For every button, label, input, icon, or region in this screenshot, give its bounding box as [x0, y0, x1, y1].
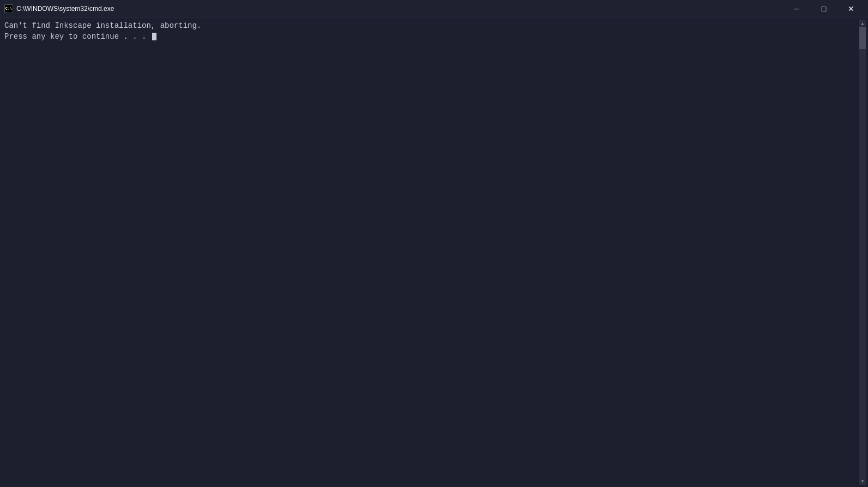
console-output: Can't find Inkscape installation, aborti…	[2, 20, 859, 485]
scrollbar-space	[859, 49, 866, 477]
titlebar-left: C:\ C:\WINDOWS\system32\cmd.exe	[4, 4, 114, 13]
titlebar: C:\ C:\WINDOWS\system32\cmd.exe ─ □ ✕	[0, 0, 868, 17]
scrollbar-down-arrow[interactable]: ▼	[859, 477, 866, 485]
cmd-icon: C:\	[4, 4, 13, 13]
cmd-window: C:\ C:\WINDOWS\system32\cmd.exe ─ □ ✕ Ca…	[0, 0, 868, 487]
close-button[interactable]: ✕	[839, 0, 864, 17]
maximize-button[interactable]: □	[811, 0, 836, 17]
scrollbar-up-arrow[interactable]: ▲	[859, 20, 866, 27]
console-area: Can't find Inkscape installation, aborti…	[0, 17, 868, 487]
titlebar-controls: ─ □ ✕	[784, 0, 864, 17]
cursor-blink	[152, 33, 156, 40]
console-line2: Press any key to continue . . .	[4, 32, 151, 41]
minimize-button[interactable]: ─	[784, 0, 809, 17]
titlebar-title: C:\WINDOWS\system32\cmd.exe	[16, 5, 114, 13]
scrollbar-thumb[interactable]	[859, 27, 866, 49]
console-line1: Can't find Inkscape installation, aborti…	[4, 21, 201, 30]
scrollbar[interactable]: ▲ ▼	[859, 20, 866, 485]
